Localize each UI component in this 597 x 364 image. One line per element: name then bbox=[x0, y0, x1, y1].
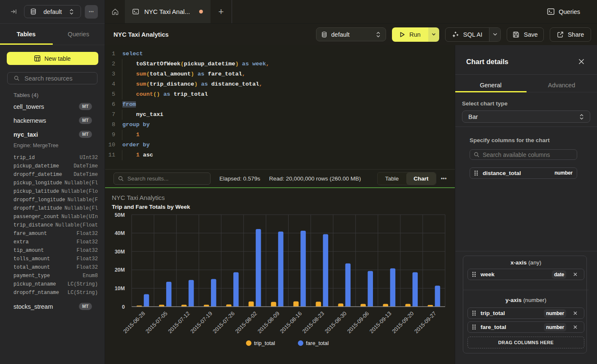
svg-text:2015-07-26: 2015-07-26 bbox=[211, 310, 236, 335]
svg-text:2015-07-05: 2015-07-05 bbox=[144, 310, 169, 335]
svg-text:2015-08-09: 2015-08-09 bbox=[256, 310, 281, 335]
svg-text:trip_total: trip_total bbox=[254, 340, 275, 346]
svg-text:2015-08-30: 2015-08-30 bbox=[324, 310, 348, 335]
svg-text:2015-08-23: 2015-08-23 bbox=[301, 310, 326, 335]
svg-text:fare_total: fare_total bbox=[306, 340, 329, 346]
svg-text:2015-07-19: 2015-07-19 bbox=[189, 310, 213, 335]
svg-text:2015-09-13: 2015-09-13 bbox=[368, 310, 393, 335]
svg-text:2015-06-28: 2015-06-28 bbox=[122, 310, 146, 335]
svg-text:40M: 40M bbox=[115, 230, 125, 236]
svg-text:2015-09-20: 2015-09-20 bbox=[391, 310, 415, 335]
svg-text:2015-08-02: 2015-08-02 bbox=[234, 310, 258, 335]
svg-text:30M: 30M bbox=[115, 249, 125, 255]
svg-text:2015-08-16: 2015-08-16 bbox=[278, 310, 303, 335]
svg-text:20M: 20M bbox=[115, 267, 125, 273]
svg-text:2015-07-12: 2015-07-12 bbox=[167, 310, 191, 335]
svg-text:10M: 10M bbox=[115, 286, 125, 291]
svg-text:0: 0 bbox=[122, 304, 125, 310]
svg-text:2015-09-27: 2015-09-27 bbox=[413, 310, 438, 335]
svg-text:2015-09-06: 2015-09-06 bbox=[346, 310, 370, 335]
svg-text:50M: 50M bbox=[115, 212, 125, 218]
